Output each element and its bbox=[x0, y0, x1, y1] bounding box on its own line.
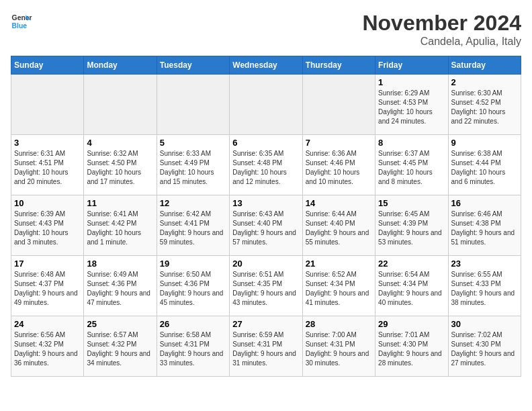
calendar-cell: 29Sunrise: 7:01 AM Sunset: 4:30 PM Dayli… bbox=[375, 316, 448, 377]
calendar-cell: 1Sunrise: 6:29 AM Sunset: 4:53 PM Daylig… bbox=[375, 75, 448, 135]
calendar-cell: 10Sunrise: 6:39 AM Sunset: 4:43 PM Dayli… bbox=[11, 195, 84, 256]
day-number: 11 bbox=[87, 198, 153, 208]
calendar-cell: 18Sunrise: 6:49 AM Sunset: 4:36 PM Dayli… bbox=[84, 256, 157, 316]
day-number: 8 bbox=[378, 138, 445, 148]
calendar-cell: 12Sunrise: 6:42 AM Sunset: 4:41 PM Dayli… bbox=[157, 195, 229, 256]
calendar-cell: 25Sunrise: 6:57 AM Sunset: 4:32 PM Dayli… bbox=[84, 316, 157, 377]
logo: General Blue bbox=[11, 11, 32, 32]
day-info: Sunrise: 6:51 AM Sunset: 4:35 PM Dayligh… bbox=[232, 270, 299, 308]
day-info: Sunrise: 6:39 AM Sunset: 4:43 PM Dayligh… bbox=[14, 210, 81, 247]
location-subtitle: Candela, Apulia, Italy bbox=[362, 36, 521, 48]
page-header: General Blue November 2024 Candela, Apul… bbox=[11, 11, 521, 48]
day-number: 24 bbox=[14, 319, 81, 329]
day-number: 29 bbox=[378, 319, 445, 329]
day-info: Sunrise: 6:38 AM Sunset: 4:44 PM Dayligh… bbox=[451, 149, 518, 187]
calendar-cell bbox=[230, 75, 302, 135]
calendar-cell: 27Sunrise: 6:59 AM Sunset: 4:31 PM Dayli… bbox=[230, 316, 302, 377]
day-number: 6 bbox=[232, 138, 299, 148]
calendar-cell: 22Sunrise: 6:54 AM Sunset: 4:34 PM Dayli… bbox=[375, 256, 448, 316]
day-number: 13 bbox=[232, 198, 299, 208]
calendar-cell bbox=[84, 75, 157, 135]
calendar-cell: 6Sunrise: 6:35 AM Sunset: 4:48 PM Daylig… bbox=[230, 135, 302, 195]
day-number: 16 bbox=[451, 198, 518, 208]
day-info: Sunrise: 6:37 AM Sunset: 4:45 PM Dayligh… bbox=[378, 149, 445, 187]
day-info: Sunrise: 6:58 AM Sunset: 4:31 PM Dayligh… bbox=[160, 330, 226, 368]
day-number: 27 bbox=[232, 319, 299, 329]
day-info: Sunrise: 6:59 AM Sunset: 4:31 PM Dayligh… bbox=[232, 330, 299, 368]
day-info: Sunrise: 6:48 AM Sunset: 4:37 PM Dayligh… bbox=[14, 270, 81, 308]
day-info: Sunrise: 6:54 AM Sunset: 4:34 PM Dayligh… bbox=[378, 270, 445, 308]
calendar-cell: 23Sunrise: 6:55 AM Sunset: 4:33 PM Dayli… bbox=[448, 256, 521, 316]
calendar-cell: 30Sunrise: 7:02 AM Sunset: 4:30 PM Dayli… bbox=[448, 316, 521, 377]
day-number: 12 bbox=[160, 198, 226, 208]
day-info: Sunrise: 6:43 AM Sunset: 4:40 PM Dayligh… bbox=[232, 210, 299, 247]
calendar-cell bbox=[157, 75, 229, 135]
calendar-cell: 2Sunrise: 6:30 AM Sunset: 4:52 PM Daylig… bbox=[448, 75, 521, 135]
weekday-header: Thursday bbox=[302, 56, 375, 75]
calendar-cell: 8Sunrise: 6:37 AM Sunset: 4:45 PM Daylig… bbox=[375, 135, 448, 195]
day-info: Sunrise: 6:36 AM Sunset: 4:46 PM Dayligh… bbox=[306, 149, 372, 187]
day-number: 15 bbox=[378, 198, 445, 208]
calendar-week-row: 24Sunrise: 6:56 AM Sunset: 4:32 PM Dayli… bbox=[11, 316, 521, 377]
day-info: Sunrise: 6:52 AM Sunset: 4:34 PM Dayligh… bbox=[306, 270, 372, 308]
day-info: Sunrise: 7:01 AM Sunset: 4:30 PM Dayligh… bbox=[378, 330, 445, 368]
weekday-header: Saturday bbox=[448, 56, 521, 75]
day-number: 2 bbox=[451, 77, 518, 87]
weekday-header-row: SundayMondayTuesdayWednesdayThursdayFrid… bbox=[11, 56, 521, 75]
calendar-cell: 9Sunrise: 6:38 AM Sunset: 4:44 PM Daylig… bbox=[448, 135, 521, 195]
calendar-week-row: 1Sunrise: 6:29 AM Sunset: 4:53 PM Daylig… bbox=[11, 75, 521, 135]
day-number: 28 bbox=[306, 319, 372, 329]
day-number: 3 bbox=[14, 138, 81, 148]
calendar-cell: 17Sunrise: 6:48 AM Sunset: 4:37 PM Dayli… bbox=[11, 256, 84, 316]
day-info: Sunrise: 6:49 AM Sunset: 4:36 PM Dayligh… bbox=[87, 270, 153, 308]
calendar-cell: 3Sunrise: 6:31 AM Sunset: 4:51 PM Daylig… bbox=[11, 135, 84, 195]
day-info: Sunrise: 6:46 AM Sunset: 4:38 PM Dayligh… bbox=[451, 210, 518, 247]
month-title: November 2024 bbox=[362, 11, 521, 36]
day-number: 9 bbox=[451, 138, 518, 148]
calendar-cell bbox=[302, 75, 375, 135]
title-block: November 2024 Candela, Apulia, Italy bbox=[362, 11, 521, 48]
weekday-header: Sunday bbox=[11, 56, 84, 75]
calendar-cell bbox=[11, 75, 84, 135]
day-number: 19 bbox=[160, 259, 226, 269]
calendar-cell: 21Sunrise: 6:52 AM Sunset: 4:34 PM Dayli… bbox=[302, 256, 375, 316]
day-info: Sunrise: 6:29 AM Sunset: 4:53 PM Dayligh… bbox=[378, 89, 445, 126]
calendar-cell: 19Sunrise: 6:50 AM Sunset: 4:36 PM Dayli… bbox=[157, 256, 229, 316]
day-info: Sunrise: 6:31 AM Sunset: 4:51 PM Dayligh… bbox=[14, 149, 81, 187]
day-number: 4 bbox=[87, 138, 153, 148]
day-number: 26 bbox=[160, 319, 226, 329]
calendar-cell: 14Sunrise: 6:44 AM Sunset: 4:40 PM Dayli… bbox=[302, 195, 375, 256]
calendar-week-row: 10Sunrise: 6:39 AM Sunset: 4:43 PM Dayli… bbox=[11, 195, 521, 256]
calendar-cell: 20Sunrise: 6:51 AM Sunset: 4:35 PM Dayli… bbox=[230, 256, 302, 316]
weekday-header: Friday bbox=[375, 56, 448, 75]
day-number: 10 bbox=[14, 198, 81, 208]
calendar-cell: 7Sunrise: 6:36 AM Sunset: 4:46 PM Daylig… bbox=[302, 135, 375, 195]
weekday-header: Tuesday bbox=[157, 56, 229, 75]
day-number: 30 bbox=[451, 319, 518, 329]
day-info: Sunrise: 6:45 AM Sunset: 4:39 PM Dayligh… bbox=[378, 210, 445, 247]
day-info: Sunrise: 7:02 AM Sunset: 4:30 PM Dayligh… bbox=[451, 330, 518, 368]
day-number: 18 bbox=[87, 259, 153, 269]
day-info: Sunrise: 6:57 AM Sunset: 4:32 PM Dayligh… bbox=[87, 330, 153, 368]
day-number: 5 bbox=[160, 138, 226, 148]
calendar-cell: 16Sunrise: 6:46 AM Sunset: 4:38 PM Dayli… bbox=[448, 195, 521, 256]
logo-icon: General Blue bbox=[11, 11, 32, 32]
day-info: Sunrise: 6:42 AM Sunset: 4:41 PM Dayligh… bbox=[160, 210, 226, 247]
calendar-table: SundayMondayTuesdayWednesdayThursdayFrid… bbox=[11, 56, 521, 377]
day-info: Sunrise: 6:33 AM Sunset: 4:49 PM Dayligh… bbox=[160, 149, 226, 187]
day-number: 1 bbox=[378, 77, 445, 87]
calendar-cell: 26Sunrise: 6:58 AM Sunset: 4:31 PM Dayli… bbox=[157, 316, 229, 377]
weekday-header: Wednesday bbox=[230, 56, 302, 75]
calendar-cell: 5Sunrise: 6:33 AM Sunset: 4:49 PM Daylig… bbox=[157, 135, 229, 195]
day-number: 21 bbox=[306, 259, 372, 269]
day-number: 14 bbox=[306, 198, 372, 208]
calendar-cell: 15Sunrise: 6:45 AM Sunset: 4:39 PM Dayli… bbox=[375, 195, 448, 256]
calendar-cell: 28Sunrise: 7:00 AM Sunset: 4:31 PM Dayli… bbox=[302, 316, 375, 377]
day-info: Sunrise: 6:55 AM Sunset: 4:33 PM Dayligh… bbox=[451, 270, 518, 308]
calendar-cell: 13Sunrise: 6:43 AM Sunset: 4:40 PM Dayli… bbox=[230, 195, 302, 256]
day-number: 22 bbox=[378, 259, 445, 269]
calendar-week-row: 17Sunrise: 6:48 AM Sunset: 4:37 PM Dayli… bbox=[11, 256, 521, 316]
day-info: Sunrise: 6:30 AM Sunset: 4:52 PM Dayligh… bbox=[451, 89, 518, 126]
calendar-week-row: 3Sunrise: 6:31 AM Sunset: 4:51 PM Daylig… bbox=[11, 135, 521, 195]
calendar-cell: 11Sunrise: 6:41 AM Sunset: 4:42 PM Dayli… bbox=[84, 195, 157, 256]
